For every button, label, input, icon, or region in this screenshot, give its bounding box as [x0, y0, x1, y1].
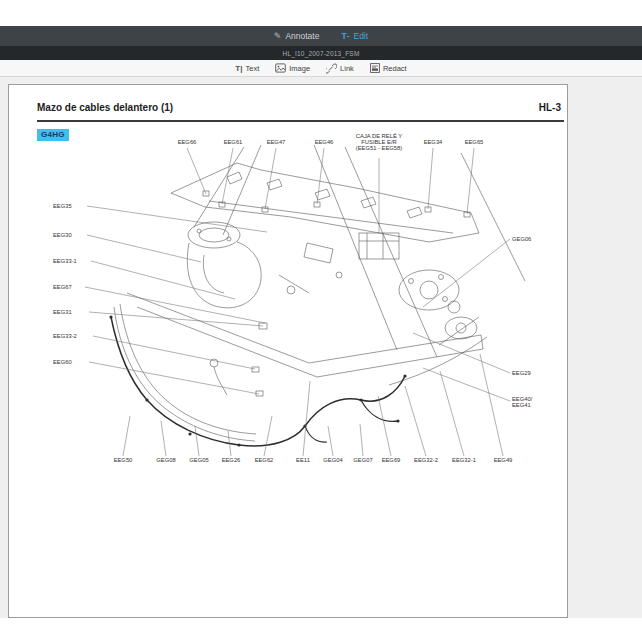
svg-text:EEG32-1: EEG32-1	[452, 457, 476, 463]
svg-text:EEG33-2: EEG33-2	[53, 333, 77, 339]
leader-line	[428, 148, 433, 209]
connector-label: EEG66	[178, 139, 206, 194]
svg-text:EEG69: EEG69	[382, 457, 401, 463]
connector-label: EEG49	[480, 354, 512, 463]
leader-line	[303, 381, 310, 456]
tool-redact[interactable]: Redact	[370, 63, 407, 73]
tool-redact-label: Redact	[383, 64, 407, 73]
leader-line	[87, 235, 201, 262]
connector-label: CAJA DE RELÉ YFUSIBLE E/R(EEG51 - EEG58)	[356, 133, 402, 233]
leader-line	[317, 148, 324, 204]
tab-annotate[interactable]: ✎ Annotate	[274, 31, 320, 41]
harness-artwork	[109, 315, 406, 446]
pdf-page[interactable]: Mazo de cables delantero (1) HL-3 G4HG	[8, 84, 568, 618]
text-tool-icon: T|	[235, 64, 242, 73]
svg-text:FUSIBLE E/R: FUSIBLE E/R	[361, 139, 396, 145]
connector-label: GEG08	[156, 421, 175, 463]
svg-text:EEG34: EEG34	[424, 139, 443, 145]
leader-line	[440, 371, 464, 456]
leader-line	[87, 206, 267, 232]
svg-text:EEG65: EEG65	[465, 139, 484, 145]
svg-text:GEG08: GEG08	[156, 457, 175, 463]
svg-text:GEG06: GEG06	[512, 236, 531, 242]
connector-label: EEG34	[424, 139, 443, 209]
leader-line	[328, 426, 333, 456]
svg-text:EEG29: EEG29	[512, 370, 531, 376]
text-edit-icon: T‑	[341, 32, 349, 41]
connector-label: EEG67	[53, 284, 265, 323]
connector-label: EEG46	[315, 139, 334, 204]
tool-text[interactable]: T| Text	[235, 64, 259, 73]
svg-text:EEG30: EEG30	[53, 232, 72, 238]
image-icon	[275, 63, 286, 73]
connector-label: EEG26	[222, 431, 241, 463]
leader-line	[89, 362, 259, 394]
connector-label: EEG50	[114, 416, 133, 463]
leader-line	[480, 354, 503, 456]
wiring-diagram: EEG66EEG61EEG47EEG46CAJA DE RELÉ YFUSIBL…	[9, 85, 567, 617]
filename-label: HL_I10_2007-2013_FSM	[283, 50, 360, 57]
leader-line	[423, 239, 510, 307]
connector-label: GEG06	[423, 236, 531, 307]
leader-line	[378, 396, 391, 456]
tab-annotate-label: Annotate	[285, 31, 319, 41]
leader-line	[405, 386, 426, 456]
svg-text:EEG40/: EEG40/	[512, 396, 533, 402]
tab-edit[interactable]: T‑ Edit	[341, 31, 368, 41]
svg-text:EEG67: EEG67	[53, 284, 72, 290]
connector-label: EEG62	[255, 416, 274, 463]
connector-label: GEG07	[353, 424, 372, 463]
svg-text:EEG31: EEG31	[53, 309, 72, 315]
tool-text-label: Text	[245, 64, 259, 73]
connector-label: EEG33-2	[53, 333, 255, 369]
leader-line	[467, 148, 474, 214]
leader-line	[161, 421, 166, 456]
connector-label: EEG69	[378, 396, 400, 463]
svg-text:GEG04: GEG04	[323, 457, 343, 463]
tool-link-label: Link	[340, 64, 354, 73]
tab-edit-label: Edit	[353, 31, 368, 41]
svg-text:GEG07: GEG07	[353, 457, 372, 463]
leader-line	[123, 416, 130, 456]
svg-text:EEG46: EEG46	[315, 139, 334, 145]
link-icon	[326, 63, 337, 74]
connector-label: EEG33-1	[53, 258, 235, 299]
redact-icon	[370, 63, 380, 73]
svg-text:EEG47: EEG47	[267, 139, 286, 145]
annotation-toolbar: ✎ Annotate T‑ Edit	[0, 26, 642, 46]
svg-text:EEG41: EEG41	[512, 402, 531, 408]
svg-text:EEG33-1: EEG33-1	[53, 258, 77, 264]
svg-text:EEG60: EEG60	[53, 359, 72, 365]
svg-text:GEG05: GEG05	[189, 457, 208, 463]
svg-text:EEG49: EEG49	[494, 457, 513, 463]
edit-tools-toolbar: T| Text Image Link Redact	[0, 60, 642, 77]
leader-line	[91, 261, 235, 299]
leader-line	[222, 148, 233, 204]
connector-label: EEG65	[465, 139, 484, 214]
svg-text:EEG35: EEG35	[53, 203, 72, 209]
leader-line	[265, 148, 276, 209]
pencil-icon: ✎	[274, 32, 282, 41]
leader-line	[360, 424, 363, 456]
svg-text:EEG32-2: EEG32-2	[414, 457, 438, 463]
tool-image-label: Image	[289, 64, 310, 73]
connector-label: EEG31	[53, 309, 263, 326]
svg-text:EE11: EE11	[296, 457, 310, 463]
leader-line	[93, 336, 255, 369]
page-bottom-area	[0, 618, 642, 642]
connector-label: GEG04	[323, 426, 343, 463]
svg-text:EEG62: EEG62	[255, 457, 274, 463]
leader-line	[187, 148, 206, 194]
tool-link[interactable]: Link	[326, 63, 354, 74]
connector-label: EEG32-2	[405, 386, 438, 463]
document-workspace: Mazo de cables delantero (1) HL-3 G4HG	[0, 77, 642, 618]
tool-image[interactable]: Image	[275, 63, 310, 73]
connector-label: EEG61	[222, 139, 242, 204]
leader-line	[89, 312, 263, 326]
filename-bar: HL_I10_2007-2013_FSM	[0, 46, 642, 60]
leader-line	[423, 368, 510, 401]
svg-text:EEG61: EEG61	[224, 139, 243, 145]
wiring-diagram-artwork	[114, 145, 525, 441]
connector-label: EEG32-1	[440, 371, 476, 463]
svg-text:(EEG51 - EEG58): (EEG51 - EEG58)	[356, 145, 402, 151]
